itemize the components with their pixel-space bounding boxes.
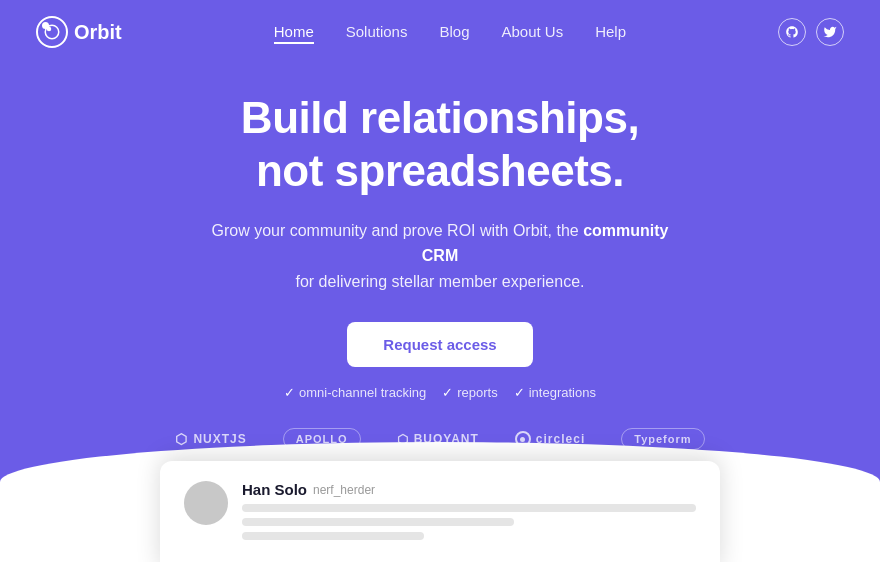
nav-link-blog[interactable]: Blog <box>439 23 469 40</box>
headline-line1: Build relationships, <box>241 93 639 142</box>
content-line-1 <box>242 504 696 512</box>
user-handle: nerf_herder <box>313 483 375 497</box>
nav-link-home[interactable]: Home <box>274 23 314 44</box>
brand-name: Orbit <box>74 21 122 44</box>
hero-section: Build relationships, not spreadsheets. G… <box>0 64 880 494</box>
svg-point-1 <box>47 27 52 32</box>
nav-link-help[interactable]: Help <box>595 23 626 40</box>
feature-label-2: reports <box>457 385 497 400</box>
request-access-button[interactable]: Request access <box>347 322 532 367</box>
card-user-info: Han Solo nerf_herder <box>242 481 696 540</box>
circleci-circle-icon <box>515 431 531 447</box>
feature-list: ✓ omni-channel tracking ✓ reports ✓ inte… <box>20 385 860 400</box>
nav-links: Home Solutions Blog About Us Help <box>274 23 626 41</box>
logo-typeform: Typeform <box>621 428 704 450</box>
github-icon[interactable] <box>778 18 806 46</box>
partner-logos: ⬡ NUXTJS APOLLO ⬡ BUOYANT circleci Typef… <box>20 428 860 450</box>
hero-headline: Build relationships, not spreadsheets. <box>20 92 860 198</box>
nav-item-about[interactable]: About Us <box>501 23 563 41</box>
logo-circleci: circleci <box>515 431 585 447</box>
user-name-text: Han Solo <box>242 481 307 498</box>
svg-point-0 <box>45 25 59 39</box>
logo-icon <box>36 16 68 48</box>
headline-line2: not spreadsheets. <box>256 146 624 195</box>
check-icon-2: ✓ <box>442 385 453 400</box>
desc-text: Grow your community and prove ROI with O… <box>211 222 578 239</box>
feature-label-3: integrations <box>529 385 596 400</box>
check-icon-1: ✓ <box>284 385 295 400</box>
content-line-3 <box>242 532 424 540</box>
logo-nuxtjs: ⬡ NUXTJS <box>175 431 246 447</box>
nav-item-solutions[interactable]: Solutions <box>346 23 408 41</box>
desc-end: for delivering stellar member experience… <box>295 273 584 290</box>
navbar: Orbit Home Solutions Blog About Us Help <box>0 0 880 64</box>
nav-item-help[interactable]: Help <box>595 23 626 41</box>
nav-social-icons <box>778 18 844 46</box>
buoyant-hex-icon: ⬡ <box>397 432 409 447</box>
check-icon-3: ✓ <box>514 385 525 400</box>
avatar <box>184 481 228 525</box>
feature-reports: ✓ reports <box>442 385 497 400</box>
user-card-preview: Han Solo nerf_herder <box>160 461 720 562</box>
feature-integrations: ✓ integrations <box>514 385 596 400</box>
nav-link-solutions[interactable]: Solutions <box>346 23 408 40</box>
logo[interactable]: Orbit <box>36 16 122 48</box>
feature-label-1: omni-channel tracking <box>299 385 426 400</box>
logo-apollo: APOLLO <box>283 428 361 450</box>
card-content-lines <box>242 504 696 540</box>
card-user-name: Han Solo nerf_herder <box>242 481 696 498</box>
card-header: Han Solo nerf_herder <box>184 481 696 540</box>
feature-tracking: ✓ omni-channel tracking <box>284 385 426 400</box>
content-line-2 <box>242 518 514 526</box>
nav-item-blog[interactable]: Blog <box>439 23 469 41</box>
twitter-icon[interactable] <box>816 18 844 46</box>
logo-buoyant: ⬡ BUOYANT <box>397 432 479 447</box>
nav-link-about[interactable]: About Us <box>501 23 563 40</box>
hero-description: Grow your community and prove ROI with O… <box>210 218 670 295</box>
nuxtjs-icon: ⬡ <box>175 431 188 447</box>
nav-item-home[interactable]: Home <box>274 23 314 41</box>
